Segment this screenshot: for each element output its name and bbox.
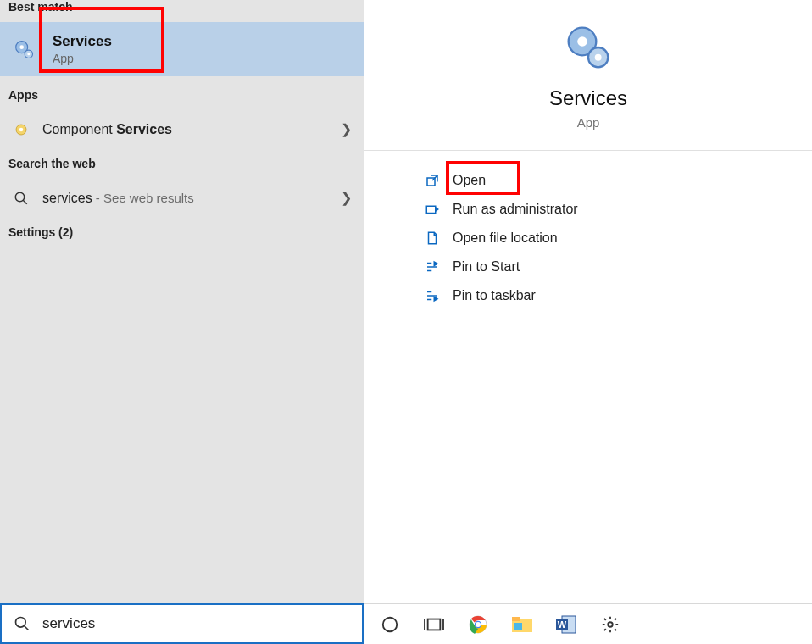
svg-rect-15	[426, 206, 436, 213]
result-web-search[interactable]: services - See web results ❯	[0, 179, 364, 217]
services-gear-icon	[12, 37, 36, 61]
chevron-right-icon: ❯	[341, 121, 352, 137]
svg-point-29	[608, 622, 613, 627]
svg-point-8	[16, 618, 26, 628]
search-results-pane: Best match Services App Apps Component S…	[0, 0, 364, 644]
svg-point-16	[383, 617, 398, 631]
pin-taskbar-icon	[422, 288, 442, 303]
search-input[interactable]	[42, 615, 350, 632]
chevron-right-icon: ❯	[341, 190, 352, 206]
action-admin-label: Run as administrator	[453, 202, 578, 217]
details-actions: Open Run as administrator Open file loca…	[364, 151, 812, 310]
action-pin-taskbar-label: Pin to taskbar	[453, 288, 536, 303]
taskbar: W	[364, 603, 812, 644]
settings-button[interactable]	[592, 608, 628, 641]
svg-rect-25	[514, 623, 522, 630]
cortana-button[interactable]	[372, 608, 408, 641]
settings-header: Settings (2)	[0, 217, 364, 247]
best-match-header: Best match	[0, 0, 364, 22]
shield-admin-icon	[422, 202, 442, 217]
svg-point-1	[19, 45, 24, 49]
action-open-label: Open	[453, 173, 486, 188]
svg-text:W: W	[558, 619, 567, 630]
web-header: Search the web	[0, 148, 364, 179]
action-pin-start-label: Pin to Start	[453, 259, 520, 275]
svg-line-9	[25, 626, 29, 630]
details-title: Services	[549, 86, 627, 110]
svg-line-7	[23, 200, 27, 204]
svg-point-6	[15, 192, 25, 202]
action-pin-taskbar[interactable]: Pin to taskbar	[364, 281, 812, 310]
best-match-item-services[interactable]: Services App	[0, 22, 364, 76]
component-services-label: Component Services	[42, 122, 341, 137]
svg-point-11	[577, 36, 587, 47]
best-match-text: Services App	[53, 33, 112, 65]
chrome-button[interactable]	[460, 608, 496, 641]
pin-start-icon	[422, 259, 442, 275]
search-input-box[interactable]	[0, 603, 364, 644]
best-match-title: Services	[53, 33, 112, 50]
svg-rect-24	[512, 617, 520, 621]
details-pane: Services App Open Run as administrator	[364, 0, 812, 644]
svg-point-5	[19, 127, 24, 131]
services-gear-icon	[565, 24, 612, 71]
svg-rect-17	[428, 619, 441, 630]
details-hero: Services App	[364, 0, 812, 151]
search-icon	[14, 615, 31, 632]
task-view-button[interactable]	[416, 608, 452, 641]
action-open[interactable]: Open	[364, 166, 812, 195]
action-pin-start[interactable]: Pin to Start	[364, 253, 812, 281]
web-search-label: services - See web results	[42, 191, 341, 206]
search-icon	[12, 191, 31, 206]
word-button[interactable]: W	[548, 608, 584, 641]
svg-point-3	[27, 53, 30, 55]
apps-header: Apps	[0, 76, 364, 110]
file-explorer-button[interactable]	[504, 608, 540, 641]
component-services-icon	[12, 122, 31, 137]
result-component-services[interactable]: Component Services ❯	[0, 110, 364, 148]
action-location-label: Open file location	[453, 230, 558, 246]
folder-open-icon	[422, 230, 442, 246]
best-match-subtitle: App	[53, 52, 112, 65]
action-run-as-admin[interactable]: Run as administrator	[364, 195, 812, 224]
open-icon	[422, 173, 442, 188]
svg-point-13	[595, 54, 602, 61]
details-subtitle: App	[577, 115, 600, 130]
svg-point-22	[476, 622, 481, 627]
action-open-location[interactable]: Open file location	[364, 224, 812, 253]
